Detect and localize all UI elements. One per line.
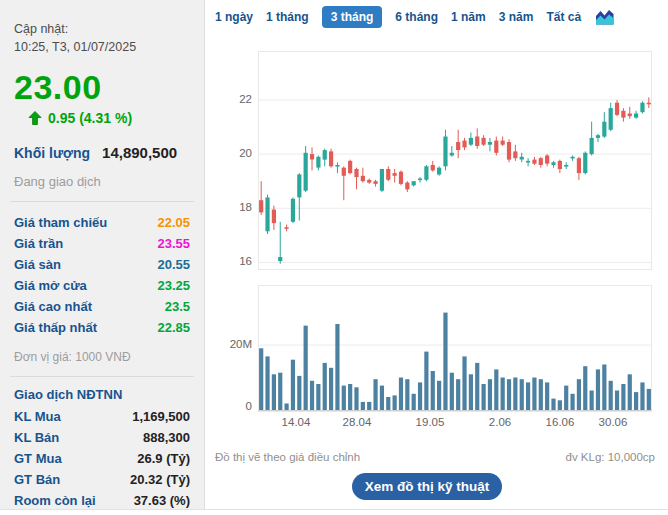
arrow-up-icon bbox=[28, 111, 42, 125]
row-label: GT Mua bbox=[14, 451, 62, 466]
row-value: 1,169,500 bbox=[132, 409, 190, 424]
row-label: KL Bán bbox=[14, 430, 59, 445]
x-tick-label: 14.04 bbox=[282, 416, 311, 428]
tab-1-ngay[interactable]: 1 ngày bbox=[215, 10, 253, 24]
row-value: 20.32 (Tỷ) bbox=[130, 472, 190, 487]
foreign-trading-table: KL Mua 1,169,500 KL Bán 888,300 GT Mua 2… bbox=[14, 406, 190, 511]
table-row: Giá tham chiếu 22.05 bbox=[14, 212, 190, 233]
area-chart-icon[interactable] bbox=[596, 9, 614, 25]
table-row: GT Bán 20.32 (Tỷ) bbox=[14, 469, 190, 490]
price-unit-note: Đơn vị giá: 1000 VNĐ bbox=[14, 350, 190, 364]
foreign-trading-title: Giao dịch NĐTNN bbox=[14, 387, 190, 402]
x-axis-labels: 14.0428.0419.052.0616.0630.06 bbox=[258, 416, 652, 430]
price-ytick: 22 bbox=[210, 93, 252, 105]
x-tick-label: 19.05 bbox=[416, 416, 445, 428]
row-label: Room còn lại bbox=[14, 493, 96, 508]
row-value: 23.25 bbox=[157, 278, 190, 293]
volume-value: 14,890,500 bbox=[102, 144, 177, 161]
volume-label: Khối lượng bbox=[14, 145, 90, 161]
last-update: Cập nhật: 10:25, T3, 01/07/2025 bbox=[14, 20, 190, 56]
row-label: GT Bán bbox=[14, 472, 60, 487]
tab-3-nam[interactable]: 3 năm bbox=[499, 10, 534, 24]
row-value: 23.55 bbox=[157, 236, 190, 251]
candlestick-chart[interactable] bbox=[258, 51, 652, 270]
row-value: 23.5 bbox=[165, 299, 190, 314]
price-ytick: 20 bbox=[210, 147, 252, 159]
volume-ytick: 0 bbox=[210, 400, 252, 412]
volume-chart[interactable] bbox=[258, 285, 652, 412]
row-label: Giá cao nhất bbox=[14, 299, 92, 314]
technical-chart-button[interactable]: Xem đồ thị kỹ thuật bbox=[352, 473, 502, 500]
row-value: 26.9 (Tỷ) bbox=[137, 451, 190, 466]
table-row: Giá thấp nhất 22.85 bbox=[14, 317, 190, 338]
volume-ytick: 20M bbox=[210, 338, 252, 350]
table-row: Giá mở cửa 23.25 bbox=[14, 275, 190, 296]
update-label: Cập nhật: bbox=[14, 20, 190, 38]
table-row: KL Bán 888,300 bbox=[14, 427, 190, 448]
bottom-divider bbox=[0, 509, 668, 510]
table-row: KL Mua 1,169,500 bbox=[14, 406, 190, 427]
divider bbox=[10, 376, 194, 377]
volume-row: Khối lượng 14,890,500 bbox=[14, 144, 190, 161]
row-label: Giá mở cửa bbox=[14, 278, 87, 293]
row-value: 37.63 (%) bbox=[134, 493, 190, 508]
tab-1-thang[interactable]: 1 tháng bbox=[266, 10, 309, 24]
quote-info-panel: Cập nhật: 10:25, T3, 01/07/2025 23.00 0.… bbox=[0, 0, 205, 509]
price-change-row: 0.95 (4.31 %) bbox=[14, 110, 190, 126]
volume-unit-note: đv KLg: 10,000cp bbox=[565, 451, 655, 463]
chart-footnotes: Đồ thị vẽ theo giá điều chỉnh đv KLg: 10… bbox=[215, 451, 655, 463]
tab-1-nam[interactable]: 1 năm bbox=[451, 10, 486, 24]
row-value: 20.55 bbox=[157, 257, 190, 272]
row-value: 888,300 bbox=[143, 430, 190, 445]
row-value: 22.05 bbox=[157, 215, 190, 230]
price-change-value: 0.95 (4.31 %) bbox=[48, 110, 132, 126]
chart-area: 1 ngày 1 tháng 3 tháng 6 tháng 1 năm 3 n… bbox=[205, 0, 668, 515]
tab-6-thang[interactable]: 6 tháng bbox=[395, 10, 438, 24]
row-value: 22.85 bbox=[157, 320, 190, 335]
trading-status: Đang giao dịch bbox=[14, 174, 190, 189]
table-row: Giá sàn 20.55 bbox=[14, 254, 190, 275]
table-row: Giá trần 23.55 bbox=[14, 233, 190, 254]
tab-3-thang[interactable]: 3 tháng bbox=[322, 6, 383, 28]
period-tabs: 1 ngày 1 tháng 3 tháng 6 tháng 1 năm 3 n… bbox=[215, 6, 614, 28]
update-timestamp: 10:25, T3, 01/07/2025 bbox=[14, 38, 190, 56]
x-tick-label: 2.06 bbox=[489, 416, 511, 428]
x-tick-label: 30.06 bbox=[599, 416, 628, 428]
x-tick-label: 28.04 bbox=[343, 416, 372, 428]
divider bbox=[10, 201, 194, 202]
row-label: Giá thấp nhất bbox=[14, 320, 97, 335]
table-row: Giá cao nhất 23.5 bbox=[14, 296, 190, 317]
x-tick-label: 16.06 bbox=[546, 416, 575, 428]
stock-quote-widget: Cập nhật: 10:25, T3, 01/07/2025 23.00 0.… bbox=[0, 0, 668, 515]
row-label: Giá tham chiếu bbox=[14, 215, 107, 230]
price-ytick: 16 bbox=[210, 255, 252, 267]
current-price: 23.00 bbox=[14, 68, 190, 107]
row-label: KL Mua bbox=[14, 409, 61, 424]
adjusted-price-note: Đồ thị vẽ theo giá điều chỉnh bbox=[215, 451, 360, 463]
tab-tat-ca[interactable]: Tất cả bbox=[546, 10, 581, 24]
price-ytick: 18 bbox=[210, 201, 252, 213]
row-label: Giá trần bbox=[14, 236, 63, 251]
table-row: GT Mua 26.9 (Tỷ) bbox=[14, 448, 190, 469]
price-reference-table: Giá tham chiếu 22.05 Giá trần 23.55 Giá … bbox=[14, 212, 190, 338]
row-label: Giá sàn bbox=[14, 257, 61, 272]
